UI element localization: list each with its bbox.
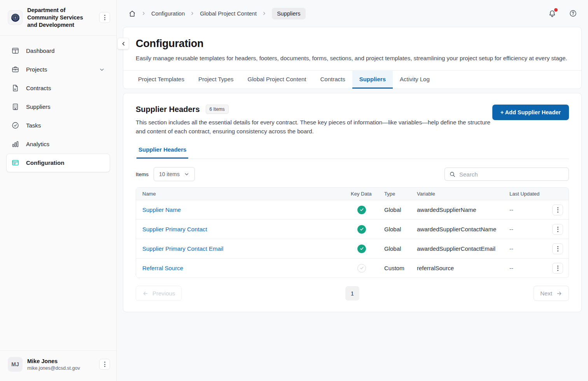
tab-global-project-content[interactable]: Global Project Content — [241, 71, 313, 89]
breadcrumb-separator-icon — [262, 11, 267, 16]
variable-cell: awardedSupplierName — [411, 206, 504, 213]
building-icon — [11, 103, 19, 111]
sidebar-item-configuration[interactable]: Configuration — [6, 154, 110, 172]
row-actions-button[interactable] — [552, 204, 563, 215]
topbar: Configuration Global Project Content Sup… — [117, 0, 588, 27]
key-data-check-icon — [357, 245, 366, 253]
sidebar-item-dashboard[interactable]: Dashboard — [6, 42, 110, 60]
sidebar-nav: Dashboard Projects Contracts Suppliers T… — [0, 36, 116, 172]
search-box — [444, 168, 569, 181]
avatar: MJ — [8, 357, 23, 372]
column-header-type: Type — [379, 191, 411, 197]
chevron-left-icon — [121, 41, 126, 47]
kebab-menu-icon — [557, 246, 558, 252]
section-head-left: Supplier Headers 6 Items This section in… — [136, 105, 492, 136]
tab-contracts[interactable]: Contracts — [313, 71, 352, 89]
chevron-down-icon — [184, 171, 189, 177]
contract-document-icon — [11, 84, 19, 92]
table-header-row: Name Key Data Type Variable Last Updated — [136, 188, 569, 200]
user-menu-button[interactable] — [99, 359, 110, 370]
supplier-header-link[interactable]: Supplier Primary Contact Email — [142, 245, 223, 252]
tab-activity-log[interactable]: Activity Log — [393, 71, 437, 89]
row-actions-button[interactable] — [552, 263, 563, 274]
type-cell: Global — [379, 206, 411, 213]
page-size-select[interactable]: 10 items — [154, 167, 195, 181]
tab-project-types[interactable]: Project Types — [191, 71, 241, 89]
key-data-check-icon — [357, 225, 366, 234]
sidebar-item-label: Tasks — [26, 122, 41, 129]
pagination: Previous 1 Next — [136, 286, 569, 301]
help-button[interactable] — [569, 9, 577, 17]
sidebar-item-label: Analytics — [26, 141, 49, 147]
org-name: Department of Community Services and Dev… — [27, 7, 94, 29]
arrow-right-icon — [556, 290, 562, 297]
search-input[interactable] — [459, 171, 564, 178]
home-icon[interactable] — [128, 10, 136, 17]
sidebar-item-contracts[interactable]: Contracts — [6, 79, 110, 98]
configuration-panel-icon — [11, 159, 19, 167]
previous-page-button[interactable]: Previous — [136, 286, 182, 301]
breadcrumb-separator-icon — [190, 11, 195, 16]
kebab-menu-icon — [104, 362, 105, 367]
section-head: Supplier Headers 6 Items This section in… — [136, 105, 569, 136]
user-meta: Mike Jones mike.jones@dcsd.st.gov — [27, 358, 94, 371]
subtabs: Supplier Headers — [136, 146, 569, 159]
type-cell: Custom — [379, 265, 411, 271]
column-header-key-data: Key Data — [345, 191, 379, 197]
check-circle-icon — [11, 121, 19, 129]
table-toolbar: Items 10 items — [136, 167, 569, 181]
sidebar-item-label: Configuration — [26, 159, 64, 166]
variable-cell: referralSource — [411, 265, 504, 271]
column-header-name: Name — [136, 191, 345, 197]
user-profile: MJ Mike Jones mike.jones@dcsd.st.gov — [0, 350, 116, 381]
tab-project-templates[interactable]: Project Templates — [131, 71, 191, 89]
dashboard-icon — [11, 47, 19, 55]
supplier-header-link[interactable]: Supplier Primary Contact — [142, 226, 207, 232]
column-header-variable: Variable — [411, 191, 504, 197]
sidebar-item-analytics[interactable]: Analytics — [6, 135, 110, 154]
next-page-button[interactable]: Next — [534, 286, 569, 301]
page-subtitle: Easily manage reusable templates for hea… — [136, 55, 569, 61]
sidebar-item-label: Suppliers — [26, 103, 51, 110]
supplier-headers-table: Name Key Data Type Variable Last Updated… — [136, 187, 569, 278]
items-count-badge: 6 Items — [206, 105, 229, 114]
supplier-headers-card: Supplier Headers 6 Items This section in… — [123, 93, 582, 312]
page-size-value: 10 items — [159, 171, 180, 177]
supplier-header-link[interactable]: Supplier Name — [142, 206, 181, 213]
department-seal-logo — [8, 10, 23, 25]
subtab-supplier-headers[interactable]: Supplier Headers — [136, 146, 188, 159]
page-header: Configuration Easily manage reusable tem… — [123, 27, 581, 61]
org-menu-button[interactable] — [99, 12, 110, 23]
breadcrumb-item-configuration[interactable]: Configuration — [151, 10, 185, 17]
sidebar-item-projects[interactable]: Projects — [6, 60, 110, 79]
key-data-check-icon — [357, 206, 366, 214]
column-header-last-updated: Last Updated — [504, 191, 547, 197]
table-row: Supplier Primary Contact Email Global aw… — [136, 239, 569, 258]
kebab-menu-icon — [557, 227, 558, 232]
sidebar-item-tasks[interactable]: Tasks — [6, 116, 110, 135]
row-actions-button[interactable] — [552, 224, 563, 235]
arrow-left-icon — [142, 290, 149, 297]
page-title: Configuration — [136, 38, 569, 50]
last-updated-cell: -- — [504, 245, 547, 252]
page-number-button[interactable]: 1 — [345, 286, 359, 301]
bar-chart-icon — [11, 140, 19, 148]
sidebar-spacer — [0, 172, 116, 350]
section-description: This section includes all the essential … — [136, 118, 492, 136]
collapse-sidebar-button[interactable] — [117, 38, 129, 49]
breadcrumb-item-suppliers-current: Suppliers — [272, 8, 305, 19]
breadcrumb-item-global-project-content[interactable]: Global Project Content — [200, 10, 257, 17]
search-icon — [449, 171, 456, 178]
org-header: Department of Community Services and Dev… — [0, 0, 116, 36]
tab-suppliers[interactable]: Suppliers — [352, 71, 393, 89]
notifications-button[interactable] — [548, 9, 556, 18]
sidebar-item-suppliers[interactable]: Suppliers — [6, 98, 110, 116]
supplier-header-link[interactable]: Referral Source — [142, 265, 183, 271]
add-supplier-header-button[interactable]: + Add Supplier Header — [492, 105, 569, 120]
breadcrumb-separator-icon — [141, 11, 146, 16]
kebab-menu-icon — [557, 207, 558, 213]
table-row: Supplier Primary Contact Global awardedS… — [136, 219, 569, 239]
page-header-card: Configuration Easily manage reusable tem… — [123, 27, 582, 89]
row-actions-button[interactable] — [552, 243, 563, 254]
key-data-check-icon — [357, 264, 366, 273]
